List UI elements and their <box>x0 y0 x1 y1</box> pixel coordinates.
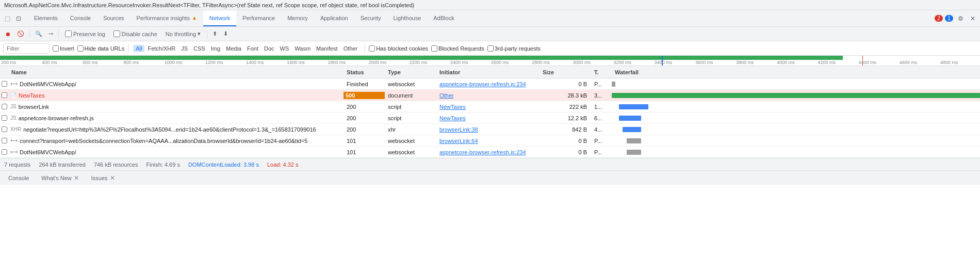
col-header-name[interactable]: Name <box>8 69 344 75</box>
tab-performance-insights[interactable]: Performance insights ▲ <box>130 10 203 26</box>
row-checkbox-6[interactable] <box>2 149 7 155</box>
row-initiator-4[interactable]: browserLink:38 <box>436 126 540 133</box>
bottom-tab-console[interactable]: Console <box>2 171 35 185</box>
filter-manifest-btn[interactable]: Manifest <box>314 45 340 52</box>
preserve-log-input[interactable] <box>65 30 72 37</box>
row-checkbox-cell-0[interactable] <box>0 81 8 87</box>
whats-new-close-icon[interactable]: ✕ <box>74 175 79 181</box>
invert-checkbox[interactable]: Invert <box>53 45 74 52</box>
waterfall-bar-container-2 <box>612 101 980 112</box>
import-icon[interactable]: ⬆ <box>210 29 219 38</box>
row-initiator-3[interactable]: NewTaxes <box>436 115 540 121</box>
tab-performance-insights-badge: ▲ <box>192 15 197 21</box>
row-checkbox-cell-2[interactable] <box>0 104 8 109</box>
row-checkbox-3[interactable] <box>2 115 7 121</box>
tab-network[interactable]: Network <box>203 10 236 26</box>
row-initiator-5[interactable]: browserLink:64 <box>436 138 540 144</box>
issues-close-icon[interactable]: ✕ <box>110 175 115 181</box>
disable-cache-input[interactable] <box>113 30 120 37</box>
filter-img-btn[interactable]: Img <box>208 45 223 52</box>
row-checkbox-cell-1[interactable] <box>0 92 8 98</box>
filter-media-btn[interactable]: Media <box>223 45 244 52</box>
tab-elements[interactable]: Elements <box>28 10 64 26</box>
table-row[interactable]: ⟷ DotNet6MVCWebApp/ Finished websocket a… <box>0 78 980 90</box>
tab-memory[interactable]: Memory <box>281 10 314 26</box>
filter-font-btn[interactable]: Font <box>244 45 261 52</box>
row-checkbox-cell-4[interactable] <box>0 126 8 132</box>
filter-ws-btn[interactable]: WS <box>277 45 292 52</box>
disable-cache-checkbox[interactable]: Disable cache <box>110 29 160 38</box>
inspect-icon[interactable]: ⬚ <box>2 13 12 24</box>
row-type-6: websocket <box>385 149 436 155</box>
filter-js-btn[interactable]: JS <box>178 45 190 52</box>
tick-4800ms: 4800 ms <box>939 60 980 65</box>
row-checkbox-cell-3[interactable] <box>0 115 8 121</box>
blocked-requests-input[interactable] <box>431 45 437 52</box>
filter-input[interactable] <box>3 43 50 54</box>
row-checkbox-4[interactable] <box>2 126 7 132</box>
table-row[interactable]: ⟷ DotNet6MVCWebApp/ 101 websocket aspnet… <box>0 147 980 158</box>
table-row[interactable]: XHR negotiate?requestUrl=http%3A%2F%2Flo… <box>0 124 980 135</box>
tab-adblock[interactable]: AdBlock <box>427 10 460 26</box>
filter-css-btn[interactable]: CSS <box>191 45 208 52</box>
tab-console[interactable]: Console <box>64 10 97 26</box>
settings-icon[interactable]: ⚙ <box>955 13 966 24</box>
blocked-requests-checkbox[interactable]: Blocked Requests <box>431 45 484 52</box>
filter-type-buttons: All Fetch/XHR JS CSS Img Media Font Doc … <box>133 45 360 52</box>
row-type-icon-3: JS <box>10 115 17 121</box>
filter-wasm-btn[interactable]: Wasm <box>292 45 313 52</box>
row-checkbox-0[interactable] <box>2 81 7 87</box>
has-blocked-cookies-checkbox[interactable]: Has blocked cookies <box>369 45 428 52</box>
filter-doc-btn[interactable]: Doc <box>262 45 277 52</box>
bottom-tab-whats-new[interactable]: What's New ✕ <box>35 171 85 185</box>
tab-application[interactable]: Application <box>314 10 354 26</box>
table-row[interactable]: JS aspnetcore-browser-refresh.js 200 scr… <box>0 113 980 124</box>
row-initiator-6[interactable]: aspnetcore-browser-refresh.js:234 <box>436 149 540 155</box>
tab-lighthouse[interactable]: Lighthouse <box>387 10 427 26</box>
row-checkbox-cell-5[interactable] <box>0 138 8 143</box>
bottom-tab-whats-new-label: What's New <box>41 175 71 181</box>
close-devtools-icon[interactable]: ✕ <box>968 13 978 24</box>
tab-performance[interactable]: Performance <box>236 10 281 26</box>
tick-1600ms: 1600 ms <box>286 60 326 65</box>
filter-other-btn[interactable]: Other <box>341 45 361 52</box>
col-header-initiator[interactable]: Initiator <box>436 69 540 75</box>
row-initiator-1[interactable]: Other <box>436 92 540 99</box>
table-row[interactable]: 📄 NewTaxes 500 document Other 28.3 kB 3.… <box>0 90 980 101</box>
timeline[interactable]: 200 ms 400 ms 600 ms 800 ms 1000 ms 1200… <box>0 56 980 66</box>
device-toggle-icon[interactable]: ⊡ <box>13 13 24 24</box>
col-header-time[interactable]: T. <box>591 69 612 75</box>
row-checkbox-cell-6[interactable] <box>0 149 8 155</box>
row-checkbox-2[interactable] <box>2 104 7 109</box>
preserve-log-checkbox[interactable]: Preserve log <box>62 29 108 38</box>
col-header-waterfall[interactable]: Waterfall <box>612 69 980 75</box>
col-header-type[interactable]: Type <box>385 69 436 75</box>
record-btn[interactable]: ⏺ <box>3 30 13 38</box>
tab-security[interactable]: Security <box>354 10 387 26</box>
third-party-requests-checkbox[interactable]: 3rd-party requests <box>487 45 541 52</box>
row-initiator-0[interactable]: aspnetcore-browser-refresh.js:234 <box>436 81 540 87</box>
col-header-status[interactable]: Status <box>344 69 385 75</box>
row-checkbox-5[interactable] <box>2 138 7 143</box>
bottom-tab-issues[interactable]: Issues ✕ <box>85 171 121 185</box>
table-row[interactable]: ⟷ connect?transport=webSockets&connectio… <box>0 135 980 147</box>
hide-data-urls-input[interactable] <box>77 45 84 52</box>
third-party-requests-input[interactable] <box>487 45 494 52</box>
throttling-arrow-icon: ▾ <box>198 30 201 37</box>
col-header-size[interactable]: Size <box>540 69 591 75</box>
invert-input[interactable] <box>53 45 59 52</box>
filter-fetch-btn[interactable]: Fetch/XHR <box>145 45 178 52</box>
throttling-select[interactable]: No throttling ▾ <box>162 29 204 38</box>
search-btn[interactable]: 🔍 <box>33 29 44 38</box>
row-checkbox-1[interactable] <box>2 92 7 98</box>
table-row[interactable]: JS browserLink 200 script NewTaxes 222 k… <box>0 101 980 113</box>
tab-sources[interactable]: Sources <box>97 10 130 26</box>
hide-data-urls-checkbox[interactable]: Hide data URLs <box>77 45 125 52</box>
clear-btn[interactable]: 🚫 <box>15 29 26 38</box>
export-icon[interactable]: ⬇ <box>221 29 230 38</box>
has-blocked-cookies-input[interactable] <box>369 45 375 52</box>
toolbar-sep-2 <box>58 30 59 38</box>
row-initiator-2[interactable]: NewTaxes <box>436 104 540 110</box>
filter-all-btn[interactable]: All <box>133 45 144 52</box>
filter-btn[interactable]: ⊸ <box>46 29 55 38</box>
